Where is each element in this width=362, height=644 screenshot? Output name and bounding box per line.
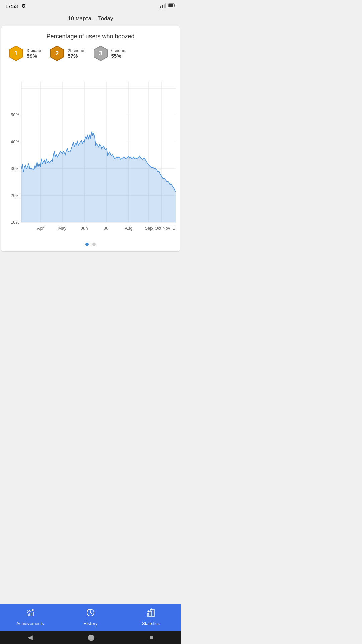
svg-text:Nov: Nov: [162, 226, 170, 231]
pagination-dots: [5, 243, 176, 246]
medal-rank-1: 1: [14, 50, 18, 57]
svg-text:20%: 20%: [11, 193, 19, 198]
date-range-title: 10 марта – Today: [68, 15, 113, 22]
chart-svg-wrapper: 50% 40% 30% 20% 10%: [5, 68, 176, 237]
svg-text:May: May: [58, 226, 67, 231]
medal-date-3: 6 июля: [111, 48, 125, 53]
svg-rect-5: [169, 4, 173, 7]
status-right: [160, 3, 176, 9]
svg-rect-0: [160, 6, 161, 8]
medal-info-2: 29 июня 57%: [68, 48, 84, 59]
svg-rect-1: [162, 5, 163, 8]
medal-pct-1: 59%: [27, 53, 41, 59]
medal-pct-2: 57%: [68, 53, 84, 59]
svg-text:Sep: Sep: [145, 226, 153, 231]
svg-marker-31: [21, 132, 176, 222]
medal-pct-3: 55%: [111, 53, 125, 59]
status-bar: 17:53 ⚙: [0, 0, 181, 12]
status-left: 17:53 ⚙: [5, 3, 26, 9]
svg-text:Apr: Apr: [37, 226, 44, 231]
medal-item-1: 1 3 июля 59%: [8, 45, 41, 61]
svg-text:40%: 40%: [11, 139, 19, 144]
medal-rank-3: 3: [99, 50, 102, 57]
medal-date-1: 3 июля: [27, 48, 41, 53]
chart-svg: 50% 40% 30% 20% 10%: [5, 68, 176, 236]
medal-info-1: 3 июля 59%: [27, 48, 41, 59]
time-display: 17:53: [5, 3, 18, 9]
svg-text:Aug: Aug: [125, 226, 132, 231]
svg-text:30%: 30%: [11, 166, 19, 171]
medal-badge-1: 1: [8, 45, 24, 61]
svg-text:Jul: Jul: [104, 226, 110, 231]
svg-text:Jun: Jun: [81, 226, 88, 231]
svg-rect-2: [164, 4, 165, 8]
settings-icon[interactable]: ⚙: [21, 3, 26, 9]
medal-info-3: 6 июля 55%: [111, 48, 125, 59]
battery-icon: [168, 3, 176, 9]
main-card: Percentage of users who boozed 1 3 июля …: [1, 26, 180, 251]
svg-rect-6: [175, 5, 176, 6]
signal-icon: [160, 3, 166, 9]
medal-item-3: 3 6 июля 55%: [93, 45, 125, 61]
medal-badge-2: 2: [49, 45, 65, 61]
medal-badge-3: 3: [93, 45, 109, 61]
app-header: 10 марта – Today: [0, 12, 181, 25]
medal-item-2: 2 29 июня 57%: [49, 45, 84, 61]
medal-rank-2: 2: [55, 50, 59, 57]
pagination-dot-1[interactable]: [85, 243, 89, 246]
svg-text:50%: 50%: [11, 112, 19, 117]
chart-container: 50% 40% 30% 20% 10%: [5, 68, 176, 246]
medals-row: 1 3 июля 59% 2 29 июня 57%: [5, 45, 176, 61]
chart-title: Percentage of users who boozed: [5, 33, 176, 40]
svg-rect-3: [165, 3, 166, 8]
pagination-dot-2[interactable]: [92, 243, 96, 246]
svg-text:Dec: Dec: [172, 226, 176, 231]
medal-date-2: 29 июня: [68, 48, 84, 53]
svg-text:Oct: Oct: [155, 226, 162, 231]
svg-text:10%: 10%: [11, 220, 19, 225]
